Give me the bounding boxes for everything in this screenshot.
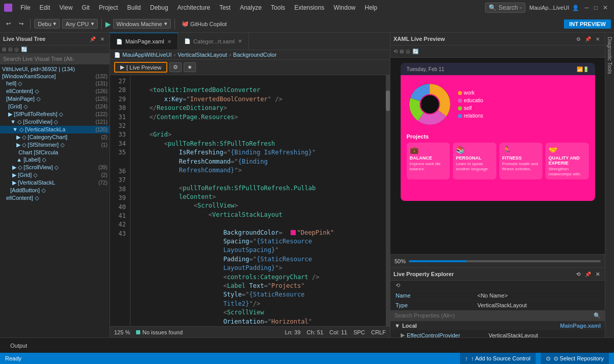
tree-item[interactable]: ▶ ◇ [ScrollView] ◇ (39) — [0, 164, 109, 171]
code-editor: 27 28 29 30 31 32 33 34 35 36 37 38 39 4… — [110, 75, 390, 326]
close-button[interactable]: ✕ — [601, 4, 610, 11]
live-preview-button[interactable]: ▶ [ Live Preview — [114, 62, 167, 73]
xaml-preview-close[interactable]: ✕ — [594, 35, 602, 43]
menu-debug[interactable]: Debug — [146, 3, 172, 12]
undo-button[interactable]: ↩ — [3, 19, 14, 28]
breadcrumb-item-2[interactable]: VerticalStackLayout — [178, 52, 227, 58]
breadcrumb-item-3[interactable]: BackgroundColor — [233, 52, 277, 58]
search-box[interactable]: 🔍 Search - — [485, 3, 525, 13]
toolbar-icon-2[interactable]: ⊟ — [8, 47, 12, 52]
tree-item[interactable]: ▶ [Grid] ◇ (2) — [0, 171, 109, 179]
pin-icon[interactable]: 📌 — [89, 35, 97, 43]
preview-toolbar-icon-3[interactable]: ◎ — [406, 49, 410, 54]
projects-label: Projects — [407, 133, 589, 140]
zoom-slider[interactable] — [409, 260, 601, 262]
tab-mainpage[interactable]: 📄 MainPage.xaml ✕ — [110, 33, 178, 50]
menu-file[interactable]: File — [16, 3, 34, 12]
code-content[interactable]: <toolkit:InvertedBoolConverter x:Key="In… — [130, 75, 386, 326]
run-target-dropdown[interactable]: Windows Machine ▾ — [113, 19, 171, 29]
tree-item[interactable]: Chart [SfCircula — [0, 149, 109, 156]
property-refresh-icon[interactable]: ⟲ — [574, 270, 582, 278]
xaml-preview-title: XAML Live Preview — [393, 36, 445, 42]
phone-date: Tuesday, Feb 11 — [407, 66, 445, 72]
donut-area: work educatio self — [407, 81, 589, 127]
select-repository-button[interactable]: ⊙ ⊙ Select Repository — [541, 353, 609, 364]
menu-git[interactable]: Git — [78, 3, 94, 12]
editor-panel: 📄 MainPage.xaml ✕ 📄 Categor...rt.xaml ✕ … — [110, 33, 390, 337]
menu-edit[interactable]: Edit — [35, 3, 54, 12]
config-dropdown[interactable]: Debu ▾ — [34, 19, 60, 29]
tab-mainpage-close[interactable]: ✕ — [167, 39, 171, 44]
platform-dropdown[interactable]: Any CPU ▾ — [62, 19, 97, 29]
xaml-preview-settings[interactable]: ⚙ — [574, 35, 582, 43]
editor-tool-1[interactable]: ⚙ — [169, 62, 182, 72]
menu-window[interactable]: Window — [330, 3, 360, 12]
tree-item[interactable]: [Grid] ◇ (124) — [0, 103, 109, 110]
add-source-control-button[interactable]: ↑ ↑ Add to Source Control — [460, 353, 536, 364]
tree-item[interactable]: ▲ [Label] ◇ — [0, 156, 109, 164]
diagnostic-tools-panel[interactable]: Diagnostic Tools — [605, 33, 614, 337]
property-section-local: ▼ Local MainPage.xaml — [390, 321, 605, 330]
menu-extensions[interactable]: Extensions — [290, 3, 328, 12]
legend-relations: relations — [458, 113, 484, 119]
close-panel-icon[interactable]: ✕ — [98, 35, 106, 43]
toolbar-icon-4[interactable]: 🔄 — [21, 47, 27, 52]
visual-tree-icons: 📌 ✕ — [89, 35, 106, 43]
maximize-button[interactable]: □ — [592, 4, 600, 11]
tree-item[interactable]: ▼ ◇ [ScrollView] ◇ (121) — [0, 118, 109, 126]
toolbar-icon-3[interactable]: ◎ — [14, 47, 19, 52]
menu-tools[interactable]: Tools — [267, 3, 289, 12]
redo-button[interactable]: ↪ — [16, 19, 27, 28]
minimize-button[interactable]: ─ — [582, 4, 591, 11]
property-pin-icon[interactable]: 📌 — [584, 270, 592, 278]
search-icon: 🔍 — [594, 312, 601, 319]
tree-item[interactable]: hell] ◇ (131) — [0, 80, 109, 87]
project-cards: 💼 BALANCE Improve work life balance. 📚 P… — [407, 143, 589, 179]
svg-point-6 — [421, 95, 439, 113]
tree-item[interactable]: ▶ ◇ [SfShimmer] ◇ (1) — [0, 141, 109, 149]
tab-category[interactable]: 📄 Categor...rt.xaml ✕ — [178, 33, 249, 50]
visual-tree-search[interactable] — [0, 54, 109, 64]
project-name-quality: QUALITY AND EXPERIE — [549, 155, 586, 166]
property-search-input[interactable] — [390, 310, 605, 321]
phone-mockup: Tuesday, Feb 11 📶🔋 — [401, 63, 595, 201]
live-preview-label: [ Live Preview — [126, 64, 161, 71]
preview-toolbar-icon-4[interactable]: 🔄 — [412, 49, 419, 54]
toolbar-icon-1[interactable]: ⊞ — [2, 47, 6, 52]
menu-analyze[interactable]: Analyze — [236, 3, 266, 12]
menu-project[interactable]: Project — [95, 3, 122, 12]
phone-content: work educatio self — [401, 75, 595, 201]
tree-item[interactable]: VithLiveUI, pid=36932 | (134) — [0, 65, 109, 73]
editor-scrollbar[interactable] — [386, 75, 390, 326]
breadcrumb-sep-1: › — [174, 52, 176, 58]
menu-architecture[interactable]: Architecture — [173, 3, 214, 12]
property-name-key: Name — [396, 292, 477, 299]
menu-view[interactable]: View — [55, 3, 77, 12]
output-tab[interactable]: Output — [4, 340, 33, 351]
xaml-preview-pin[interactable]: 📌 — [584, 35, 592, 43]
preview-toolbar-icon-1[interactable]: ⟲ — [393, 49, 398, 54]
tree-item[interactable]: ▶ [VerticalStackL (72) — [0, 179, 109, 187]
tree-item[interactable]: ellContent] ◇ — [0, 194, 109, 202]
tree-item[interactable]: ▶ [SfPullToRefresh] ◇ (122) — [0, 110, 109, 118]
tree-item[interactable]: ▶ ◇ [CategoryChart] (2) — [0, 133, 109, 141]
tree-item[interactable]: [AddButton] ◇ — [0, 187, 109, 194]
tree-item[interactable]: ellContent] ◇ (126) — [0, 87, 109, 95]
line-numbers: 27 28 29 30 31 32 33 34 35 36 37 38 39 4… — [110, 75, 130, 326]
legend-work: work — [458, 90, 484, 96]
menu-test[interactable]: Test — [215, 3, 235, 12]
menu-help[interactable]: Help — [361, 3, 382, 12]
tree-item-selected[interactable]: ▼ ◇ [VerticalStackLa (120) — [0, 126, 109, 133]
ready-status: Ready — [5, 355, 21, 361]
tab-category-close[interactable]: ✕ — [238, 38, 242, 44]
int-preview-button[interactable]: INT PREVIEW — [564, 19, 611, 29]
property-close-icon[interactable]: ✕ — [594, 270, 602, 278]
tree-item[interactable]: [WindowXamlSource] (132) — [0, 73, 109, 80]
tree-item[interactable]: [MainPage] ◇ (125) — [0, 95, 109, 103]
preview-toolbar-icon-2[interactable]: ⊞ — [400, 49, 404, 54]
breadcrumb-item-1[interactable]: MauiAppWithLiveUI — [122, 52, 172, 58]
refresh-icon[interactable]: ⟲ — [396, 282, 400, 289]
menu-build[interactable]: Build — [123, 3, 145, 12]
editor-tool-2[interactable]: ★ — [184, 62, 196, 72]
github-copilot-button[interactable]: 🐙 GitHub Copilot — [179, 19, 230, 28]
